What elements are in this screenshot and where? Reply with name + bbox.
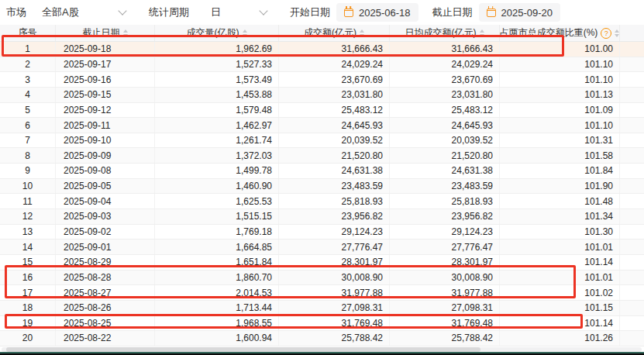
end-date-cell: 2025-09-10 [56, 133, 155, 148]
column-header-label: 截止日期 [83, 26, 120, 40]
column-header-row-index: 序号 [0, 25, 56, 41]
table-row: 122025-09-031,515.1523,956.8223,956.8210… [0, 209, 644, 225]
spacer-cell [620, 179, 644, 194]
share-pct-cell: 101.15 [500, 301, 620, 315]
turnover-cell: 23,031.80 [279, 88, 390, 102]
volume-cell: 1,372.03 [155, 148, 279, 163]
spacer-cell [620, 133, 644, 148]
column-header-label: 日均成交额(亿元) [405, 26, 477, 40]
volume-cell: 1,460.90 [155, 179, 279, 194]
column-header-end-date[interactable]: 截止日期 [56, 25, 155, 41]
spacer-cell [620, 42, 644, 57]
column-header-volume[interactable]: 成交量(亿股) [155, 25, 279, 41]
sort-carets-icon[interactable] [615, 29, 619, 37]
table-row: 62025-09-111,462.9724,645.9324,645.93101… [0, 118, 644, 133]
row-index-cell: 8 [0, 148, 56, 163]
spacer-cell [620, 88, 644, 102]
data-table: 序号截止日期成交量(亿股)成交额(亿元)日均成交额(亿元)占两市总成交额比重(%… [0, 25, 644, 346]
column-header-daily-avg-turnover[interactable]: 日均成交额(亿元) [390, 25, 500, 41]
volume-cell: 1,600.94 [155, 331, 279, 346]
end-date-cell: 2025-08-26 [56, 301, 155, 315]
row-index-cell: 11 [0, 194, 56, 209]
column-header-label: 成交额(亿元) [304, 26, 356, 40]
market-select[interactable]: 全部A股 [34, 2, 133, 22]
spacer-cell [620, 194, 644, 209]
spacer-cell [620, 118, 644, 133]
start-date-picker[interactable]: 2025-06-18 [336, 3, 418, 22]
volume-cell: 1,968.55 [155, 316, 279, 331]
share-pct-cell: 101.14 [500, 255, 620, 270]
period-select[interactable]: 日 [203, 2, 274, 22]
row-index-cell: 20 [0, 331, 56, 346]
share-pct-cell: 101.09 [500, 103, 620, 118]
row-index-cell: 4 [0, 88, 56, 102]
daily-avg-turnover-cell: 31,666.43 [390, 42, 500, 57]
sort-carets-icon[interactable] [360, 29, 364, 37]
end-date-cell: 2025-08-25 [56, 316, 155, 331]
volume-cell: 1,527.33 [155, 57, 279, 72]
share-pct-cell: 101.58 [500, 148, 620, 163]
spacer-cell [620, 316, 644, 331]
end-date-cell: 2025-09-05 [56, 179, 155, 194]
volume-cell: 1,769.18 [155, 225, 279, 240]
end-date-label: 截止日期 [432, 5, 473, 19]
row-index-cell: 14 [0, 240, 56, 254]
volume-cell: 1,579.48 [155, 103, 279, 118]
end-date-cell: 2025-09-09 [56, 148, 155, 163]
volume-cell: 1,573.49 [155, 72, 279, 87]
market-label: 市场 [6, 5, 26, 19]
share-pct-cell: 101.34 [500, 209, 620, 224]
end-date-cell: 2025-09-17 [56, 57, 155, 72]
table-row: 42025-09-151,453.8823,031.8023,031.80101… [0, 88, 644, 103]
share-pct-cell: 101.90 [500, 179, 620, 194]
row-index-cell: 10 [0, 179, 56, 194]
daily-avg-turnover-cell: 24,631.38 [390, 164, 500, 178]
table-row: 92025-09-081,499.7824,631.3824,631.38101… [0, 164, 644, 179]
end-date-cell: 2025-09-11 [56, 118, 155, 133]
row-index-cell: 9 [0, 164, 56, 178]
turnover-cell: 27,098.31 [279, 301, 390, 315]
end-date-cell: 2025-09-12 [56, 103, 155, 118]
volume-cell: 1,625.53 [155, 194, 279, 209]
help-question-icon[interactable]: ? [601, 28, 611, 39]
sort-carets-icon[interactable] [243, 29, 247, 37]
end-date-cell: 2025-09-16 [56, 72, 155, 87]
table-row: 152025-08-291,651.8428,301.9728,301.9710… [0, 255, 644, 271]
sort-carets-icon[interactable] [480, 29, 484, 37]
table-row: 202025-08-221,600.9425,788.4225,788.4210… [0, 331, 644, 346]
daily-avg-turnover-cell: 23,483.59 [390, 179, 500, 194]
row-index-cell: 5 [0, 103, 56, 118]
spacer-cell [620, 285, 644, 300]
column-header-turnover[interactable]: 成交额(亿元) [279, 25, 390, 41]
volume-cell: 1,453.88 [155, 88, 279, 102]
volume-cell: 1,860.70 [155, 271, 279, 285]
end-date-picker[interactable]: 2025-09-20 [479, 3, 561, 22]
sort-carets-icon[interactable] [123, 29, 128, 37]
calendar-icon [487, 9, 496, 17]
table-row: 102025-09-051,460.9023,483.5923,483.5910… [0, 179, 644, 195]
daily-avg-turnover-cell: 25,483.12 [390, 103, 500, 118]
turnover-cell: 24,029.24 [279, 57, 390, 72]
end-date-cell: 2025-09-02 [56, 225, 155, 240]
end-date-cell: 2025-09-15 [56, 88, 155, 102]
daily-avg-turnover-cell: 30,008.90 [390, 271, 500, 285]
spacer-cell [620, 72, 644, 87]
column-header-share-pct[interactable]: 占两市总成交额比重(%)? [500, 25, 620, 41]
share-pct-cell: 101.02 [500, 285, 620, 300]
table-header: 序号截止日期成交量(亿股)成交额(亿元)日均成交额(亿元)占两市总成交额比重(%… [0, 25, 644, 42]
row-index-cell: 2 [0, 57, 56, 72]
table-row: 192025-08-251,968.5531,769.4831,769.4810… [0, 316, 644, 332]
daily-avg-turnover-cell: 21,520.80 [390, 148, 500, 163]
share-pct-cell: 101.10 [500, 57, 620, 72]
turnover-cell: 25,788.42 [279, 331, 390, 346]
chevron-down-icon [118, 6, 126, 15]
share-pct-cell: 101.31 [500, 133, 620, 148]
end-date-cell: 2025-09-08 [56, 164, 155, 178]
share-pct-cell: 101.14 [500, 316, 620, 331]
daily-avg-turnover-cell: 20,039.52 [390, 133, 500, 148]
table-row: 112025-09-041,625.5325,818.9325,818.9310… [0, 194, 644, 209]
table-body: 12025-09-181,962.6931,666.4331,666.43101… [0, 42, 644, 346]
volume-cell: 1,962.69 [155, 42, 279, 57]
daily-avg-turnover-cell: 23,670.69 [390, 72, 500, 87]
table-row: 172025-08-272,014.5331,977.8831,977.8810… [0, 285, 644, 301]
